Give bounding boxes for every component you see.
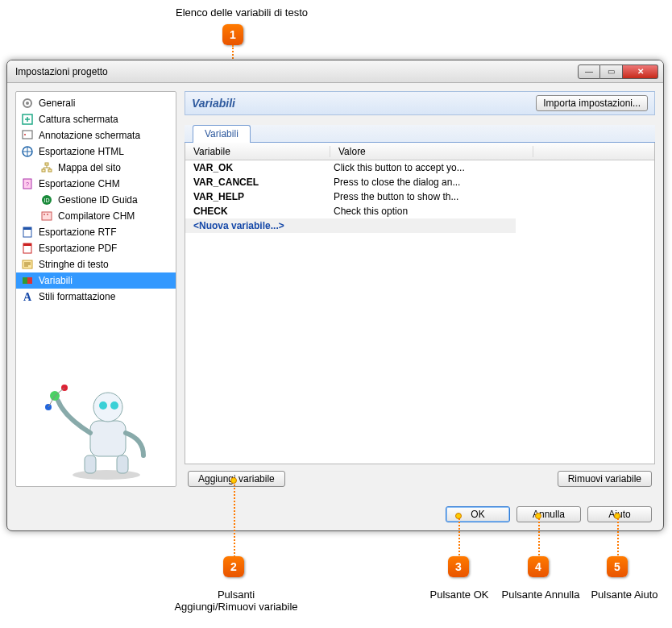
sidebar-item-label: Esportazione PDF — [39, 243, 117, 254]
svg-point-28 — [110, 401, 118, 410]
svg-rect-3 — [23, 131, 32, 139]
project-settings-window: Impostazioni progetto ― ▭ ✕ Generali Cat… — [6, 60, 664, 531]
panel-header: Variabili Importa impostazioni... — [185, 91, 655, 115]
svg-point-14 — [44, 214, 45, 215]
sidebar-item-compilatore[interactable]: Compilatore CHM — [16, 208, 176, 224]
svg-point-4 — [24, 134, 26, 135]
cell-varname: CHECK — [185, 206, 330, 217]
svg-rect-13 — [42, 212, 52, 220]
window-controls: ― ▭ ✕ — [578, 64, 658, 79]
svg-rect-8 — [48, 169, 52, 172]
cell-value: Check this option — [330, 206, 654, 217]
sidebar-item-generali[interactable]: Generali — [16, 95, 176, 111]
sidebar-item-rtf[interactable]: Esportazione RTF — [16, 224, 176, 240]
annotate-icon — [21, 129, 34, 142]
callout-4-dot — [535, 513, 541, 519]
header-variabile[interactable]: Variabile — [185, 146, 330, 157]
header-valore[interactable]: Valore — [330, 146, 533, 157]
svg-rect-17 — [23, 227, 31, 230]
new-variable-row[interactable]: <Nuova variabile...> — [185, 218, 516, 233]
variable-buttons: Aggiungi variabile Rimuovi variabile — [185, 464, 655, 487]
sidebar-item-label: Variabili — [39, 275, 73, 286]
sidebar-tree: Generali Cattura schermata Annotazione s… — [16, 92, 176, 308]
chm-icon: ? — [21, 177, 34, 190]
sidebar-item-html[interactable]: Esportazione HTML — [16, 143, 176, 160]
panel-title: Variabili — [192, 97, 536, 110]
cell-value: Click this button to accept yo... — [330, 162, 654, 173]
gear-icon — [21, 97, 34, 110]
callout-1-label: Elenco delle variabili di testo — [137, 6, 346, 19]
sidebar-item-label: Gestione ID Guida — [58, 194, 138, 206]
sidebar-item-label: Mappa del sito — [58, 162, 121, 173]
maximize-button[interactable]: ▭ — [600, 64, 623, 79]
cell-value: Press the button to show th... — [330, 191, 654, 202]
sidebar-item-label: Stringhe di testo — [39, 259, 109, 270]
compiler-icon — [40, 210, 53, 223]
svg-rect-30 — [117, 455, 128, 473]
callout-3-dot — [455, 513, 462, 519]
tabstrip: Variabili — [185, 125, 655, 143]
table-headers: Variabile Valore — [185, 143, 654, 160]
svg-point-26 — [93, 393, 122, 422]
sidebar-item-variabili[interactable]: Variabili — [16, 272, 176, 289]
robot-illustration — [40, 376, 153, 481]
table-row[interactable]: VAR_CANCEL Press to close the dialog an.… — [185, 175, 654, 189]
svg-rect-29 — [85, 455, 96, 473]
svg-rect-7 — [42, 169, 45, 172]
svg-rect-25 — [90, 421, 126, 456]
callout-3-bubble: 3 — [448, 556, 469, 577]
table-row[interactable]: VAR_OK Click this button to accept yo... — [185, 160, 654, 175]
titlebar: Impostazioni progetto ― ▭ ✕ — [7, 60, 663, 83]
minimize-button[interactable]: ― — [578, 64, 600, 79]
svg-text:?: ? — [26, 181, 29, 187]
content-panel: Variabili Importa impostazioni... Variab… — [185, 91, 655, 487]
cancel-button[interactable]: Annulla — [516, 506, 581, 522]
sidebar-item-mappa[interactable]: Mappa del sito — [16, 160, 176, 176]
import-settings-button[interactable]: Importa impostazioni... — [536, 95, 648, 111]
dialog-footer: OK Annulla Aiuto — [446, 506, 652, 522]
callout-5-bubble: 5 — [607, 556, 628, 577]
window-title: Impostazioni progetto — [12, 66, 578, 77]
svg-rect-22 — [23, 277, 27, 284]
callout-3-label: Pulsante OK — [419, 588, 500, 601]
sitemap-icon — [40, 161, 53, 174]
sidebar-item-cattura[interactable]: Cattura schermata — [16, 111, 176, 127]
svg-point-15 — [47, 214, 48, 215]
table-row[interactable]: CHECK Check this option — [185, 204, 654, 218]
sidebar-item-label: Stili formattazione — [39, 291, 115, 302]
sidebar: Generali Cattura schermata Annotazione s… — [15, 91, 176, 487]
callout-5-dot — [614, 513, 620, 519]
sidebar-item-idguida[interactable]: ID Gestione ID Guida — [16, 192, 176, 208]
cell-varname: VAR_OK — [185, 162, 330, 173]
sidebar-item-label: Compilatore CHM — [58, 210, 135, 222]
pdf-icon — [21, 242, 34, 255]
sidebar-item-label: Esportazione CHM — [39, 178, 120, 189]
callout-4-label: Pulsante Annulla — [496, 588, 585, 601]
sidebar-item-stringhe[interactable]: Stringhe di testo — [16, 256, 176, 272]
cell-value: Press to close the dialog an... — [330, 177, 654, 188]
rtf-icon — [21, 226, 34, 239]
callout-5-line — [617, 516, 619, 558]
sidebar-item-chm[interactable]: ? Esportazione CHM — [16, 176, 176, 192]
table-row[interactable]: VAR_HELP Press the button to show th... — [185, 189, 654, 204]
id-icon: ID — [40, 193, 53, 206]
sidebar-item-label: Generali — [39, 98, 75, 109]
svg-point-24 — [73, 470, 140, 480]
cell-varname: VAR_HELP — [185, 191, 330, 202]
sidebar-item-pdf[interactable]: Esportazione PDF — [16, 240, 176, 256]
svg-rect-19 — [23, 243, 31, 246]
callout-1-bubble: 1 — [222, 24, 243, 45]
callout-3-line — [458, 516, 460, 558]
window-body: Generali Cattura schermata Annotazione s… — [7, 83, 663, 495]
new-variable-placeholder: <Nuova variabile...> — [185, 220, 330, 231]
remove-variable-button[interactable]: Rimuovi variabile — [558, 471, 652, 487]
sidebar-item-stili[interactable]: A Stili formattazione — [16, 289, 176, 305]
variables-icon — [21, 274, 34, 287]
cell-varname: VAR_CANCEL — [185, 177, 330, 188]
tab-variabili[interactable]: Variabili — [193, 125, 251, 143]
sidebar-item-label: Annotazione schermata — [39, 130, 140, 141]
close-button[interactable]: ✕ — [623, 64, 658, 79]
callout-2-label: Pulsanti Aggiungi/Rimuovi variabile — [168, 588, 305, 613]
sidebar-item-annotazione[interactable]: Annotazione schermata — [16, 127, 176, 143]
callout-2-dot — [230, 477, 237, 484]
